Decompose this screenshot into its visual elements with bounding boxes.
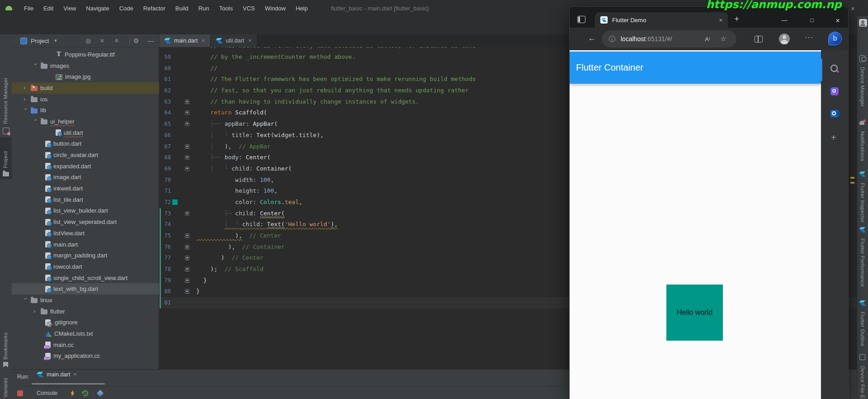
minimize-button[interactable]: — — [779, 17, 789, 24]
tree-item-.gitignore[interactable]: .gitignore — [12, 317, 159, 328]
fold-marker-icon[interactable] — [185, 110, 189, 115]
fold-marker-icon[interactable] — [185, 100, 189, 104]
chevron-expanded-icon[interactable]: › — [24, 298, 28, 302]
tree-item-expanded.dart[interactable]: expanded.dart — [12, 161, 159, 172]
add-sidebar-item-button[interactable]: + — [831, 133, 836, 143]
locate-file-button[interactable]: ◎ — [84, 37, 92, 45]
menu-refactor[interactable]: Refactor — [139, 4, 170, 13]
outlook-icon[interactable] — [830, 110, 839, 117]
chevron-expanded-icon[interactable]: › — [24, 108, 28, 113]
back-button[interactable]: ← — [588, 33, 596, 43]
read-aloud-icon[interactable]: A⁾ — [705, 36, 710, 43]
favorite-star-icon[interactable]: ☆ — [721, 35, 726, 43]
tree-item-my_application.cc[interactable]: my_application.cc — [12, 351, 159, 362]
microsoft365-icon[interactable] — [830, 87, 839, 95]
dart-devtools-icon[interactable] — [97, 390, 104, 397]
error-stripe-warning-mark[interactable] — [850, 182, 854, 184]
resource-manager-icon[interactable] — [3, 128, 9, 134]
fold-marker-icon[interactable] — [185, 211, 189, 216]
menu-file[interactable]: File — [20, 4, 38, 13]
chevron-down-icon[interactable]: ▼ — [53, 38, 57, 43]
bookmarks-icon[interactable] — [3, 362, 8, 367]
chevron-expanded-icon[interactable]: › — [33, 63, 38, 68]
tool-button-device-manager[interactable]: Device Manager — [860, 67, 865, 107]
tree-item-build[interactable]: ›build — [12, 82, 159, 94]
fold-marker-icon[interactable] — [185, 144, 189, 149]
tree-item-margin_padding.dart[interactable]: margin_padding.dart — [12, 250, 159, 261]
fold-marker-icon[interactable] — [185, 245, 189, 249]
tool-button-flutter-outline[interactable]: Flutter Outline — [860, 312, 865, 347]
close-icon[interactable]: × — [202, 38, 205, 44]
hot-restart-icon[interactable] — [82, 390, 88, 396]
tree-item-util.dart[interactable]: util.dart — [12, 127, 159, 138]
browser-profile-avatar[interactable] — [779, 33, 790, 44]
browser-tab-flutter-demo[interactable]: Flutter Demo × — [595, 12, 728, 28]
menu-code[interactable]: Code — [115, 4, 137, 13]
hot-reload-bolt-icon[interactable] — [70, 390, 75, 397]
fold-marker-icon[interactable] — [185, 278, 189, 283]
flutter-icon[interactable] — [859, 300, 866, 306]
chevron-collapsed-icon[interactable]: › — [24, 97, 28, 101]
tree-item-image.dart[interactable]: image.dart — [12, 172, 159, 183]
menu-vcs[interactable]: VCS — [239, 4, 259, 13]
search-icon[interactable] — [830, 65, 838, 72]
close-icon[interactable]: × — [719, 17, 722, 24]
tree-item-CMakeLists.txt[interactable]: CMakeLists.txt — [12, 328, 159, 339]
tree-item-text_with_bg.dart[interactable]: text_with_bg.dart — [12, 283, 159, 294]
project-view-label[interactable]: Project — [31, 38, 49, 44]
fold-marker-icon[interactable] — [185, 289, 189, 294]
fold-marker-icon[interactable] — [185, 256, 189, 260]
menu-view[interactable]: View — [59, 4, 80, 13]
fold-marker-icon[interactable] — [185, 155, 189, 160]
tree-item-single_child_scroll_view.dart[interactable]: single_child_scroll_view.dart — [12, 272, 159, 284]
chevron-collapsed-icon[interactable]: › — [24, 86, 28, 90]
gear-icon[interactable]: ⚙ — [132, 37, 140, 45]
tool-button-flutter-inspector[interactable]: Flutter Inspector — [860, 183, 865, 223]
tree-item-image.jpg[interactable]: image.jpg — [12, 71, 159, 82]
tree-item-images[interactable]: ›images — [12, 60, 159, 71]
chevron-expanded-icon[interactable]: › — [33, 119, 38, 124]
menu-build[interactable]: Build — [171, 4, 193, 13]
collapse-all-button[interactable]: « — [113, 37, 121, 45]
expand-all-button[interactable]: » — [99, 37, 107, 45]
new-tab-button[interactable]: + — [734, 14, 739, 24]
tree-item-listView.dart[interactable]: listView.dart — [12, 228, 159, 239]
tree-item-list_tile.dart[interactable]: list_tile.dart — [12, 194, 159, 205]
tree-item-inkwell.dart[interactable]: inkwell.dart — [12, 183, 159, 194]
bell-icon[interactable] — [859, 121, 864, 125]
fold-marker-icon[interactable] — [185, 233, 189, 238]
error-stripe-warning-mark[interactable] — [850, 177, 854, 179]
tab-util-dart[interactable]: util.dart × — [211, 34, 257, 47]
tree-item-main.cc[interactable]: main.cc — [12, 339, 159, 351]
close-button[interactable]: × — [833, 17, 843, 25]
close-icon[interactable]: × — [73, 371, 76, 378]
tree-item-main.dart[interactable]: main.dart — [12, 239, 159, 250]
tree-item-Poppins-Regular.ttf[interactable]: TPoppins-Regular.ttf — [12, 49, 159, 60]
tool-button-flutter-performance[interactable]: Flutter Performance — [860, 238, 865, 287]
devmgr-icon[interactable] — [859, 55, 865, 62]
tool-button-project[interactable]: Project — [0, 138, 12, 179]
chevron-collapsed-icon[interactable]: › — [33, 309, 38, 314]
tool-button-bookmarks[interactable]: Bookmarks — [3, 325, 8, 360]
address-bar[interactable]: i localhost:65131/#/ A⁾ ☆ — [602, 30, 736, 48]
tool-button-resource-manager[interactable]: Resource Manager — [3, 73, 8, 124]
tree-item-rowcol.dart[interactable]: rowcol.dart — [12, 261, 159, 272]
tree-item-button.dart[interactable]: button.dart — [12, 138, 159, 150]
tree-item-list_view_seperated.dart[interactable]: list_view_seperated.dart — [12, 216, 159, 228]
vertical-tabs-icon[interactable] — [577, 16, 585, 23]
split-screen-icon[interactable] — [755, 36, 763, 43]
bing-chat-icon[interactable]: b — [828, 32, 842, 45]
menu-edit[interactable]: Edit — [39, 4, 57, 13]
tree-item-lib[interactable]: ›lib — [12, 104, 159, 116]
hide-panel-button[interactable]: — — [146, 37, 155, 45]
devfile-icon[interactable] — [859, 354, 865, 360]
tree-item-flutter[interactable]: ›flutter — [12, 306, 159, 317]
profile-icon[interactable] — [859, 19, 867, 27]
menu-navigate[interactable]: Navigate — [82, 4, 113, 13]
settings-more-icon[interactable]: ··· — [805, 33, 813, 42]
tab-main-dart[interactable]: main.dart × — [159, 34, 211, 47]
fold-marker-icon[interactable] — [185, 122, 189, 126]
console-tab[interactable]: Console — [37, 390, 57, 396]
flutter-icon[interactable] — [859, 171, 866, 177]
stop-button[interactable] — [17, 390, 23, 396]
